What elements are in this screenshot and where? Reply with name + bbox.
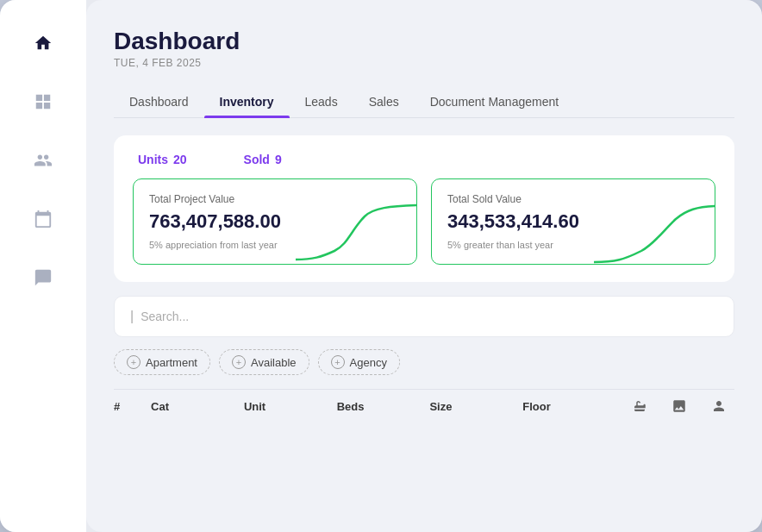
total-sold-value-card: Total Sold Value 343,533,414.60 5% great… (431, 178, 715, 265)
filter-apartment[interactable]: + Apartment (114, 349, 210, 375)
units-label: Units20 (133, 153, 187, 166)
project-value-chart (296, 203, 416, 264)
sold-value-chart (594, 203, 715, 264)
metric-cards: Total Project Value 763,407,588.00 5% ap… (133, 178, 715, 265)
tab-inventory[interactable]: Inventory (204, 86, 290, 117)
search-placeholder: Search... (141, 310, 189, 323)
tab-document-management[interactable]: Document Management (415, 86, 574, 117)
chip-add-icon-2: + (232, 355, 246, 369)
page-header: Dashboard TUE, 4 FEB 2025 (114, 28, 734, 69)
filter-available[interactable]: + Available (219, 349, 309, 375)
col-image-icon (664, 398, 695, 414)
total-project-value-card: Total Project Value 763,407,588.00 5% ap… (133, 178, 417, 265)
stats-area: Units20 Sold9 Total Project Value 763,40… (114, 135, 734, 282)
main-content: Dashboard TUE, 4 FEB 2025 Dashboard Inve… (86, 0, 762, 532)
filter-apartment-label: Apartment (146, 356, 197, 369)
sidebar-item-team[interactable] (26, 143, 60, 178)
sidebar-item-grid[interactable] (26, 84, 60, 119)
chip-add-icon-3: + (331, 355, 345, 369)
tab-sales[interactable]: Sales (353, 86, 415, 117)
sidebar-item-home[interactable] (26, 26, 60, 60)
sidebar (0, 0, 86, 532)
sidebar-item-chat[interactable] (26, 260, 60, 295)
sold-label: Sold9 (239, 153, 282, 166)
page-title: Dashboard (114, 28, 734, 55)
tab-dashboard[interactable]: Dashboard (114, 86, 204, 117)
col-bathtub-icon (624, 398, 655, 414)
chip-add-icon: + (127, 355, 141, 369)
filter-chips: + Apartment + Available + Agency (114, 349, 734, 375)
nav-tabs: Dashboard Inventory Leads Sales Document… (114, 86, 734, 118)
col-cat: Cat (151, 400, 244, 413)
filter-agency[interactable]: + Agency (318, 349, 400, 375)
col-size: Size (429, 400, 522, 413)
col-hash: # (114, 400, 151, 413)
page-date: TUE, 4 FEB 2025 (114, 57, 734, 69)
filter-agency-label: Agency (350, 356, 387, 369)
col-person-icon (703, 398, 734, 414)
table-header: # Cat Unit Beds Size Floor (114, 389, 734, 419)
col-unit: Unit (244, 400, 337, 413)
search-bar[interactable]: | Search... (114, 296, 734, 337)
stats-labels: Units20 Sold9 (133, 153, 715, 166)
tab-leads[interactable]: Leads (290, 86, 353, 117)
col-floor: Floor (522, 400, 615, 413)
filter-available-label: Available (251, 356, 297, 369)
search-pipe-icon: | (130, 309, 134, 324)
col-beds: Beds (337, 400, 430, 413)
sidebar-item-calendar[interactable] (26, 202, 60, 236)
